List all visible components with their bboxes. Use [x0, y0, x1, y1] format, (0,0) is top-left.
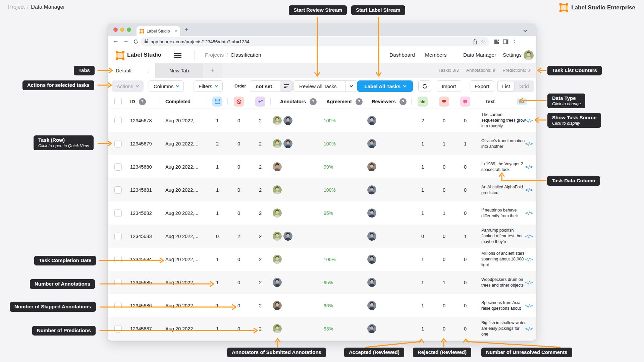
skipped-count: 0: [229, 132, 249, 155]
show-source-icon[interactable]: </>: [522, 201, 536, 225]
table-row[interactable]: 12345686Aug 20 2022,...102 96% 100Specim…: [108, 294, 536, 317]
user-avatar[interactable]: [524, 50, 534, 62]
url-bar[interactable]: app.heartex.com/projects/123456/data?tab…: [141, 37, 489, 46]
column-header-agreement[interactable]: Agreement?: [326, 94, 363, 109]
column-header-accepted[interactable]: [418, 94, 428, 109]
show-source-icon[interactable]: </>: [522, 109, 536, 132]
extensions-puzzle-icon[interactable]: [494, 39, 499, 45]
table-row[interactable]: 12345679Aug 20 2022,...202 100% 111Olivi…: [108, 132, 536, 155]
minimize-window-button[interactable]: [120, 27, 124, 32]
breadcrumb-parent[interactable]: Project: [8, 4, 25, 10]
table-row[interactable]: 12345687Aug 20 2022,...102 93% 100Big fi…: [108, 317, 536, 340]
review-dropdown-chevron-icon[interactable]: [345, 81, 357, 92]
bookmark-star-icon[interactable]: ☆: [480, 38, 485, 45]
refresh-button[interactable]: [418, 80, 431, 92]
row-checkbox[interactable]: [114, 248, 122, 271]
row-checkbox[interactable]: [114, 294, 122, 317]
list-view-button[interactable]: List: [498, 81, 514, 91]
table-row[interactable]: 12345683Aug 20 2022,...022 001Pahrump po…: [108, 225, 536, 248]
callout-task-list-counters: Task List Counters: [547, 66, 602, 75]
browser-menu-kebab-icon[interactable]: ⋮: [512, 38, 517, 44]
close-tab-icon[interactable]: ×: [174, 28, 177, 34]
sort-icon[interactable]: [280, 81, 292, 92]
tab-default[interactable]: Default ⋮: [108, 63, 155, 78]
table-row[interactable]: 12345678Aug 20 2022,...102 100% 200The c…: [108, 109, 536, 132]
help-icon[interactable]: ?: [356, 98, 363, 105]
row-checkbox[interactable]: [114, 109, 122, 132]
column-header-annotations[interactable]: [212, 94, 222, 109]
browser-tab[interactable]: Label Studio ×: [137, 26, 180, 36]
avatar: [273, 208, 282, 218]
table-row[interactable]: 12345681Aug 20 2022,...102 100% 100An AI…: [108, 178, 536, 201]
maximize-window-button[interactable]: [127, 27, 131, 32]
tab-menu-kebab-icon[interactable]: ⋮: [146, 68, 151, 74]
show-source-icon[interactable]: </>: [522, 248, 536, 271]
sidebar-icon[interactable]: [503, 39, 508, 45]
help-icon[interactable]: ?: [399, 98, 407, 105]
forward-icon[interactable]: →: [123, 37, 129, 44]
app-breadcrumb-parent[interactable]: Projects: [205, 52, 224, 58]
column-header-comments[interactable]: [460, 94, 470, 109]
column-header-rejected[interactable]: [439, 94, 449, 109]
back-icon[interactable]: ←: [113, 37, 119, 44]
task-completed-date: Aug 20 2022,...: [165, 225, 204, 248]
export-button[interactable]: Export: [470, 80, 494, 92]
row-checkbox[interactable]: [114, 225, 122, 248]
column-header-reviewers[interactable]: Reviewers?: [372, 94, 407, 109]
row-checkbox[interactable]: [114, 317, 122, 340]
nav-dashboard[interactable]: Dashboard: [389, 52, 415, 58]
app-logo-icon[interactable]: [116, 51, 124, 60]
show-source-icon[interactable]: </>: [522, 155, 536, 178]
row-checkbox[interactable]: [114, 178, 122, 201]
share-icon[interactable]: [472, 39, 477, 45]
agreement-value: 100%: [324, 178, 354, 201]
nav-members[interactable]: Members: [425, 52, 447, 58]
comments-count: 0: [455, 155, 475, 178]
add-tab-button[interactable]: +: [203, 63, 222, 78]
reload-icon[interactable]: [133, 39, 139, 44]
help-icon[interactable]: ?: [310, 98, 317, 105]
nav-settings[interactable]: Settings: [503, 52, 522, 58]
table-row[interactable]: 12345684Aug 20 2022,...102 100% 100Milli…: [108, 248, 536, 271]
chevron-down-icon[interactable]: [524, 27, 527, 33]
column-header-id[interactable]: ID?: [130, 94, 146, 109]
help-icon[interactable]: ?: [139, 98, 146, 105]
filters-dropdown[interactable]: Filters: [194, 80, 223, 92]
show-source-icon[interactable]: </>: [522, 294, 536, 317]
row-checkbox[interactable]: [114, 132, 122, 155]
table-row[interactable]: 12345685Aug 20 2022,...102 95% 110Woodpe…: [108, 271, 536, 294]
select-all-checkbox[interactable]: [114, 94, 122, 109]
avatar: [273, 116, 282, 125]
hamburger-menu-icon[interactable]: [174, 53, 181, 58]
row-checkbox[interactable]: [114, 155, 122, 178]
row-checkbox[interactable]: [114, 201, 122, 225]
review-all-tasks-button[interactable]: Review All Tasks: [293, 80, 358, 92]
nav-data-manager[interactable]: Data Manager: [463, 52, 496, 58]
show-source-icon[interactable]: </>: [522, 271, 536, 294]
close-window-button[interactable]: [113, 27, 118, 32]
row-checkbox[interactable]: [114, 271, 122, 294]
table-row[interactable]: 12345682Aug 20 2022,...102 95% 110If neu…: [108, 201, 536, 225]
column-header-predictions[interactable]: [255, 94, 265, 109]
predictions-count: 2: [250, 248, 270, 271]
import-button[interactable]: Import: [437, 80, 461, 92]
data-type-badge[interactable]: str: [517, 99, 527, 105]
column-header-text[interactable]: text str: [486, 94, 527, 109]
order-control[interactable]: not set: [250, 80, 293, 92]
column-header-skipped[interactable]: [234, 94, 244, 109]
show-source-icon[interactable]: </>: [522, 225, 536, 248]
show-source-icon[interactable]: </>: [522, 132, 536, 155]
accepted-thumbs-up-icon: [418, 97, 428, 107]
tab-new-tab[interactable]: New Tab: [155, 63, 203, 78]
show-source-icon[interactable]: </>: [522, 317, 536, 340]
column-header-completed[interactable]: Completed: [165, 94, 191, 109]
grid-view-button[interactable]: Grid: [515, 81, 533, 91]
show-source-icon[interactable]: </>: [522, 178, 536, 201]
skipped-count: 0: [229, 155, 249, 178]
table-row[interactable]: 12345680Aug 20 2022,...102 99% 100In 198…: [108, 155, 536, 178]
column-header-annotators[interactable]: Annotators?: [280, 94, 317, 109]
columns-dropdown[interactable]: Columns: [149, 80, 184, 92]
new-tab-icon[interactable]: +: [185, 26, 189, 34]
label-all-tasks-button[interactable]: Label All Tasks: [357, 80, 413, 92]
actions-dropdown[interactable]: Actions: [112, 80, 144, 92]
